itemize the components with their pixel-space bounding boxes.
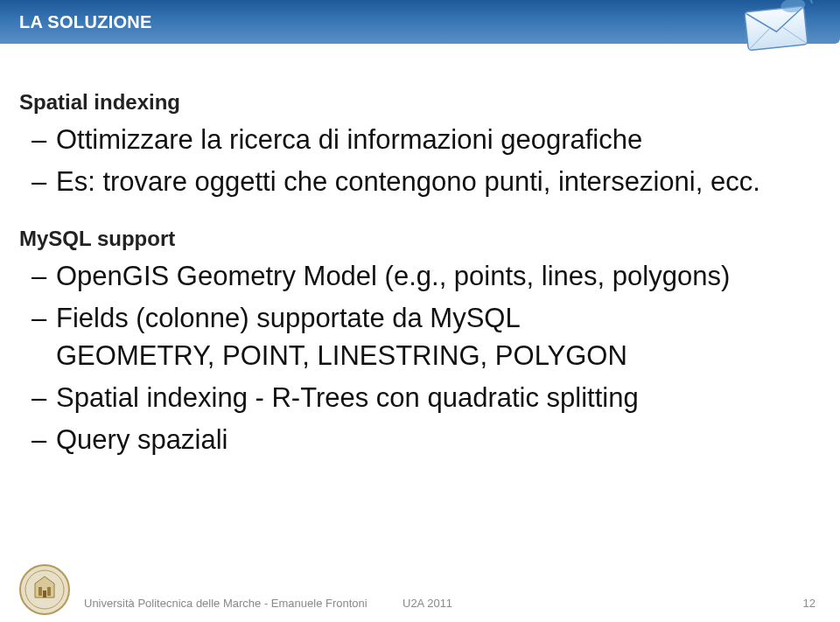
bullet-list-2: OpenGIS Geometry Model (e.g., points, li…	[19, 258, 821, 337]
bullet-text: OpenGIS Geometry Model (e.g., points, li…	[56, 261, 730, 291]
bullet-text: Query spaziali	[56, 424, 228, 455]
bullet-item: Fields (colonne) supportate da MySQL	[19, 300, 821, 337]
section-mysql-support: MySQL support OpenGIS Geometry Model (e.…	[19, 227, 821, 458]
bullet-item: Ottimizzare la ricerca di informazioni g…	[19, 122, 821, 158]
bullet-text: Spatial indexing - R-Trees con quadratic…	[56, 382, 639, 413]
slide: LA SOLUZIONE Spati	[0, 0, 840, 622]
bullet-list-1: Ottimizzare la ricerca di informazioni g…	[19, 122, 821, 200]
bullet-text: Es: trovare oggetti che contengono punti…	[56, 166, 760, 197]
section-title-spatial: Spatial indexing	[19, 90, 821, 115]
bullet-item: Spatial indexing - R-Trees con quadratic…	[19, 380, 821, 416]
bullet-item: OpenGIS Geometry Model (e.g., points, li…	[19, 258, 821, 295]
section-title-mysql: MySQL support	[19, 227, 821, 251]
svg-rect-0	[745, 6, 808, 51]
bullet-list-2b: Spatial indexing - R-Trees con quadratic…	[19, 380, 821, 458]
svg-rect-5	[47, 587, 51, 596]
section-spatial-indexing: Spatial indexing Ottimizzare la ricerca …	[19, 90, 821, 200]
footer: Università Politecnica delle Marche - Em…	[0, 585, 840, 622]
content-area: Spatial indexing Ottimizzare la ricerca …	[19, 90, 821, 464]
bullet-item: Query spaziali	[19, 422, 821, 458]
page-number: 12	[803, 597, 816, 610]
bullet-text: Ottimizzare la ricerca di informazioni g…	[56, 124, 642, 155]
svg-rect-4	[38, 587, 42, 596]
bullet-text: Fields (colonne) supportate da MySQL	[56, 303, 521, 333]
bullet-item: Es: trovare oggetti che contengono punti…	[19, 164, 821, 200]
slide-section-title: LA SOLUZIONE	[19, 12, 152, 32]
svg-rect-6	[43, 591, 46, 598]
footer-left-text: Università Politecnica delle Marche - Em…	[84, 597, 368, 610]
envelope-icon	[738, 0, 814, 58]
university-crest-icon	[18, 563, 72, 617]
bullet-subline: GEOMETRY, POINT, LINESTRING, POLYGON	[19, 338, 821, 374]
footer-center-text: U2A 2011	[402, 597, 452, 610]
title-bar: LA SOLUZIONE	[0, 0, 840, 44]
